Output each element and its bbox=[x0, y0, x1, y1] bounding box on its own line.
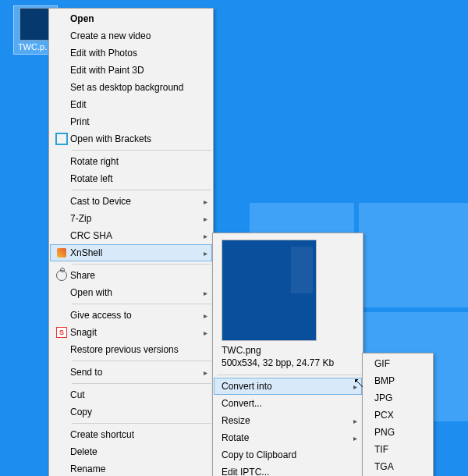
menu-edit-iptc[interactable]: Edit IPTC... bbox=[214, 464, 362, 476]
chevron-right-icon: ▸ bbox=[204, 329, 207, 337]
format-gif[interactable]: GIF bbox=[363, 355, 432, 372]
menu-cut[interactable]: Cut bbox=[50, 386, 212, 403]
menu-copy[interactable]: Copy bbox=[50, 403, 212, 421]
menu-give-access[interactable]: Give access to▸ bbox=[50, 307, 212, 324]
brackets-icon bbox=[53, 133, 70, 145]
menu-set-background[interactable]: Set as desktop background bbox=[50, 79, 212, 96]
menu-cast[interactable]: Cast to Device▸ bbox=[50, 193, 212, 210]
separator bbox=[72, 150, 211, 151]
menu-edit-paint3d[interactable]: Edit with Paint 3D bbox=[50, 62, 212, 79]
context-menu-main: Open Create a new video Edit with Photos… bbox=[48, 8, 214, 476]
separator bbox=[72, 304, 211, 304]
chevron-right-icon: ▸ bbox=[204, 232, 207, 240]
share-icon bbox=[53, 269, 70, 282]
chevron-right-icon: ▸ bbox=[353, 382, 357, 391]
separator bbox=[72, 383, 211, 384]
menu-send-to[interactable]: Send to▸ bbox=[50, 364, 212, 381]
preview-filename: TWC.png bbox=[222, 344, 354, 357]
menu-restore-prev[interactable]: Restore previous versions bbox=[50, 341, 212, 358]
menu-xnshell[interactable]: XnShell▸ bbox=[50, 244, 212, 261]
menu-resize[interactable]: Resize▸ bbox=[214, 412, 362, 429]
separator bbox=[72, 264, 211, 265]
chevron-right-icon: ▸ bbox=[204, 215, 207, 223]
menu-7zip[interactable]: 7-Zip▸ bbox=[50, 210, 212, 227]
preview-image bbox=[222, 240, 317, 341]
menu-rotate-right[interactable]: Rotate right bbox=[50, 153, 212, 170]
format-tga[interactable]: TGA bbox=[363, 458, 432, 475]
snagit-icon: S bbox=[53, 326, 70, 339]
xnshell-preview: TWC.png 500x534, 32 bpp, 24.77 Kb bbox=[214, 235, 362, 372]
menu-open-brackets[interactable]: Open with Brackets bbox=[50, 130, 212, 147]
menu-copy-clipboard[interactable]: Copy to Clipboard bbox=[214, 446, 362, 464]
chevron-right-icon: ▸ bbox=[353, 434, 357, 442]
format-pcx[interactable]: PCX bbox=[363, 407, 432, 424]
menu-convert[interactable]: Convert... bbox=[214, 395, 362, 412]
menu-edit[interactable]: Edit bbox=[50, 96, 212, 113]
menu-delete[interactable]: Delete bbox=[50, 443, 212, 460]
separator bbox=[72, 190, 211, 190]
menu-convert-into[interactable]: Convert into▸ bbox=[214, 378, 362, 395]
chevron-right-icon: ▸ bbox=[204, 311, 207, 320]
menu-create-video[interactable]: Create a new video bbox=[50, 27, 212, 44]
preview-info: 500x534, 32 bpp, 24.77 Kb bbox=[222, 357, 354, 369]
separator bbox=[72, 361, 211, 361]
file-thumbnail bbox=[20, 8, 52, 41]
separator bbox=[72, 423, 211, 424]
menu-rename[interactable]: Rename bbox=[50, 460, 212, 476]
menu-open-with[interactable]: Open with▸ bbox=[50, 284, 212, 301]
chevron-right-icon: ▸ bbox=[204, 368, 207, 377]
submenu-xnshell: TWC.png 500x534, 32 bpp, 24.77 Kb Conver… bbox=[212, 233, 363, 476]
xnshell-icon bbox=[53, 247, 70, 259]
menu-open[interactable]: Open bbox=[50, 10, 212, 27]
menu-snagit[interactable]: SSnagit▸ bbox=[50, 324, 212, 341]
chevron-right-icon: ▸ bbox=[204, 289, 207, 297]
separator bbox=[217, 375, 361, 375]
submenu-convert-formats: GIF BMP JPG PCX PNG TIF TGA bbox=[362, 353, 434, 476]
menu-rotate-left[interactable]: Rotate left bbox=[50, 170, 212, 187]
format-bmp[interactable]: BMP bbox=[363, 372, 432, 389]
menu-share[interactable]: Share bbox=[50, 267, 212, 284]
format-jpg[interactable]: JPG bbox=[363, 389, 432, 407]
chevron-right-icon: ▸ bbox=[204, 249, 207, 258]
format-tif[interactable]: TIF bbox=[363, 441, 432, 458]
menu-edit-photos[interactable]: Edit with Photos bbox=[50, 44, 212, 62]
menu-create-shortcut[interactable]: Create shortcut bbox=[50, 426, 212, 443]
menu-crc-sha[interactable]: CRC SHA▸ bbox=[50, 227, 212, 244]
menu-print[interactable]: Print bbox=[50, 113, 212, 130]
chevron-right-icon: ▸ bbox=[353, 417, 357, 425]
chevron-right-icon: ▸ bbox=[204, 197, 207, 206]
menu-rotate[interactable]: Rotate▸ bbox=[214, 429, 362, 446]
format-png[interactable]: PNG bbox=[363, 424, 432, 441]
